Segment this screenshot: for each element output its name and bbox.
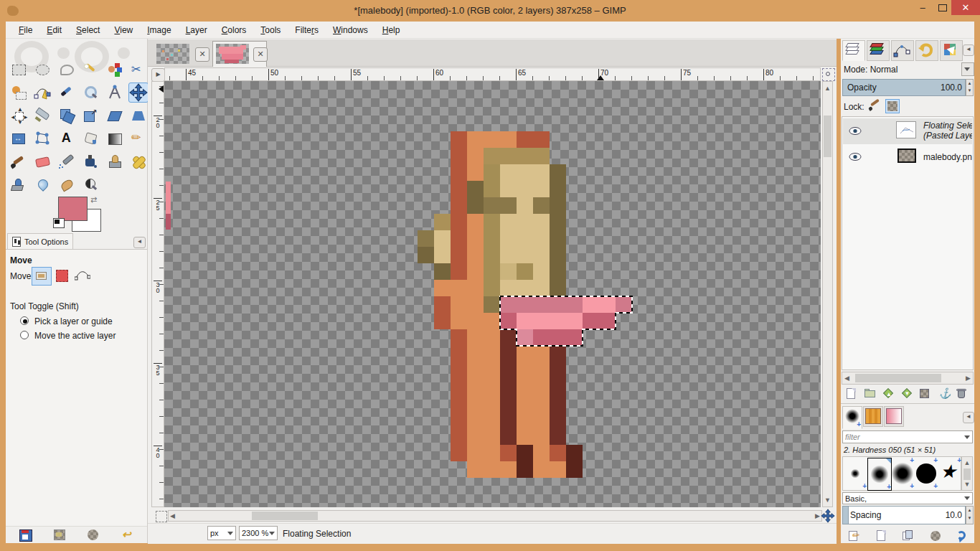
menu-edit[interactable]: Edit (39, 23, 69, 37)
tool-flip[interactable]: ↔ (9, 129, 28, 148)
refresh-brushes-button[interactable] (956, 529, 969, 542)
tool-rotate[interactable] (57, 106, 76, 125)
move-mode-path-button[interactable] (75, 268, 90, 281)
tool-measure[interactable] (105, 83, 124, 102)
tool-fuzzy-select[interactable] (81, 60, 100, 79)
tool-bucket-fill[interactable] (81, 129, 100, 148)
tool-cage-transform[interactable] (33, 129, 52, 148)
tool-move[interactable] (128, 83, 149, 103)
tool-shear[interactable] (105, 106, 124, 125)
spacing-grip[interactable] (843, 507, 849, 524)
scroll-left-icon[interactable]: ◀ (844, 372, 849, 384)
tool-scale[interactable]: ↗ (81, 106, 100, 125)
dock-tab-channels[interactable] (867, 40, 890, 61)
brush-hardness-050[interactable]: + (867, 458, 892, 491)
navigation-button[interactable] (821, 509, 835, 523)
brushes-collapse-button[interactable]: ◄ (963, 412, 974, 423)
move-mode-selection-button[interactable] (56, 270, 68, 282)
gradients-tab[interactable] (884, 406, 904, 427)
tool-smudge[interactable] (57, 175, 76, 194)
tool-crop[interactable] (33, 106, 52, 125)
raise-layer-button[interactable]: ▲ (882, 387, 895, 400)
tool-eraser[interactable] (33, 152, 52, 171)
new-layer-group-button[interactable] (864, 387, 877, 400)
tool-options-collapse-button[interactable]: ◄ (133, 237, 146, 248)
tool-select-by-color[interactable] (105, 60, 124, 79)
dock-tab-paths[interactable] (891, 40, 914, 61)
image-tab-pink-active[interactable]: ✕ (212, 41, 267, 67)
dock-tab-layers[interactable] (842, 40, 865, 61)
tool-perspective-clone[interactable] (9, 175, 28, 194)
lock-pixels-button[interactable] (868, 99, 882, 113)
dock-tab-undo-history[interactable] (915, 40, 938, 61)
lock-alpha-button[interactable] (885, 99, 900, 113)
dock-tab-tool-presets[interactable] (940, 40, 963, 61)
save-image-icon[interactable] (19, 529, 32, 542)
brush-thumbnail-icon[interactable] (88, 529, 99, 540)
tool-ellipse-select[interactable] (33, 60, 52, 79)
opacity-slider[interactable]: Opacity 100.0 (842, 79, 966, 96)
tool-options-tab[interactable]: Tool Options (7, 233, 73, 250)
opacity-spinner[interactable]: ▲▼ (966, 79, 974, 96)
layer-row-malebody.png[interactable]: malebody.png (843, 144, 972, 170)
close-tab-icon[interactable]: ✕ (195, 47, 209, 62)
brushes-tab[interactable]: + (842, 406, 862, 429)
vertical-ruler[interactable]: 2025303540 (151, 81, 164, 507)
tool-ink[interactable] (81, 152, 100, 171)
menu-filters[interactable]: Filters (288, 23, 326, 37)
scroll-up-icon[interactable]: ▲ (962, 458, 972, 468)
maximize-button[interactable] (933, 0, 953, 15)
patterns-tab[interactable] (863, 406, 883, 427)
delete-brush-button[interactable] (929, 529, 942, 542)
horizontal-scrollbar[interactable]: ◀ ▶ (168, 510, 822, 522)
brush-tag-dropdown[interactable]: Basic, (842, 492, 973, 504)
reset-undo-icon[interactable]: ↩ (122, 528, 135, 541)
image-tab-malebody[interactable]: ✕ (154, 42, 211, 66)
tool-perspective[interactable] (129, 106, 148, 125)
menu-view[interactable]: View (107, 23, 140, 37)
swap-colors-icon[interactable]: ⇄ (90, 195, 100, 204)
dock-collapse-button[interactable]: ◄ (963, 44, 974, 56)
menu-help[interactable]: Help (375, 23, 407, 37)
tool-clone[interactable] (105, 152, 124, 171)
tool-paths[interactable] (33, 83, 52, 102)
quick-mask-button[interactable] (156, 511, 167, 522)
brush-filter-input[interactable]: filter (842, 430, 973, 443)
vertical-scrollbar[interactable]: ▲ ▼ (822, 81, 833, 507)
scroll-right-icon[interactable]: ▶ (815, 511, 820, 521)
unit-dropdown[interactable]: px (207, 526, 236, 540)
tool-align[interactable]: ◄►▲▼ (9, 106, 28, 125)
scroll-down-icon[interactable]: ▼ (962, 479, 972, 489)
default-colors-icon[interactable] (53, 218, 65, 228)
brush-scrollbar[interactable]: ▲ ▼ (961, 456, 973, 491)
tool-paintbrush[interactable] (9, 152, 28, 171)
tool-foreground-select[interactable] (9, 83, 28, 102)
foreground-color-swatch[interactable] (58, 197, 88, 221)
menu-tools[interactable]: Tools (253, 23, 288, 37)
vertical-scroll-thumb[interactable] (824, 116, 831, 157)
brush-star[interactable]: ★+ (938, 458, 961, 489)
tool-gradient[interactable] (105, 129, 124, 148)
menu-select[interactable]: Select (69, 23, 107, 37)
scroll-right-icon[interactable]: ▶ (966, 372, 971, 384)
close-button[interactable]: ✕ (951, 0, 980, 15)
anchor-layer-button[interactable]: ⚓ (937, 387, 950, 400)
brush-scroll-thumb[interactable] (963, 468, 971, 480)
duplicate-layer-button[interactable] (918, 387, 931, 400)
brush-soft-small[interactable]: + (844, 458, 867, 489)
layers-scroll-thumb[interactable] (855, 374, 941, 382)
layer-row-floating-selection[interactable]: Floating Selection(Pasted Layer) (843, 118, 972, 144)
minimize-button[interactable]: – (913, 0, 933, 15)
tool-scissors-select[interactable]: ✂ (129, 60, 148, 79)
tool-heal[interactable] (129, 152, 148, 171)
brush-hard-circle[interactable]: ++ (915, 458, 938, 489)
tool-text[interactable]: A (57, 129, 76, 148)
lower-layer-button[interactable]: ▼ (900, 387, 913, 400)
tool-color-picker[interactable] (57, 83, 76, 102)
zoom-dropdown[interactable]: 2300 % (239, 526, 278, 540)
menu-colors[interactable]: Colors (215, 23, 254, 37)
tool-rect-select[interactable] (9, 60, 28, 79)
image-thumbnail-icon[interactable] (54, 529, 65, 540)
tool-pencil[interactable]: ✏ (129, 129, 148, 148)
tool-dodge-burn[interactable] (81, 175, 100, 194)
